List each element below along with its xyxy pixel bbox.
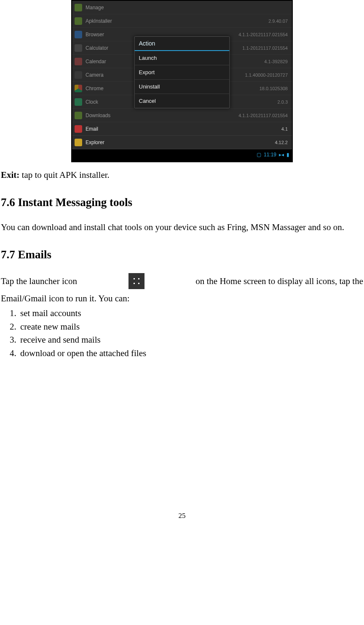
dialog-item-launch[interactable]: Launch — [135, 51, 230, 65]
app-icon — [75, 44, 82, 52]
dialog-item-cancel[interactable]: Cancel — [135, 94, 230, 108]
sd-icon: ▢ — [257, 152, 261, 158]
app-version: 2.9.40.07 — [268, 19, 288, 24]
app-row[interactable]: Email4.1 — [72, 122, 292, 136]
app-label: ApkInstaller — [86, 18, 268, 24]
dialog-item-uninstall[interactable]: Uninstall — [135, 80, 230, 94]
app-icon — [75, 85, 82, 92]
app-version: 1.1.40000-20120727 — [245, 72, 288, 78]
app-version: 4.1.1-20121117.021554 — [238, 113, 288, 118]
app-row[interactable]: Manage — [72, 1, 292, 14]
app-version: 1.1-20121117.021554 — [242, 46, 288, 51]
app-label: Manage — [86, 5, 288, 11]
app-icon — [75, 71, 82, 79]
action-dialog: Action LaunchExportUninstallCancel — [134, 36, 230, 108]
list-item: download or open the attached files — [19, 347, 363, 360]
app-version: 4.1 — [281, 126, 288, 131]
app-icon — [75, 112, 82, 119]
app-label: Downloads — [86, 113, 238, 118]
android-screenshot: ManageApkInstaller2.9.40.07Browser4.1.1-… — [71, 0, 293, 162]
status-bar: ▢ 11:19 ▸◂ ▮ — [72, 149, 292, 160]
app-icon — [75, 139, 82, 146]
app-label: Email — [86, 126, 281, 132]
list-item: receive and send mails — [19, 333, 363, 347]
app-version: 2.0.3 — [278, 99, 288, 105]
app-icon — [75, 98, 82, 106]
list-item: create new mails — [19, 320, 363, 334]
exit-label: Exit: — [1, 170, 19, 180]
clock-time: 11:19 — [264, 152, 276, 158]
launcher-icon — [128, 273, 145, 289]
heading-7-6: 7.6 Instant Messaging tools — [1, 194, 363, 212]
list-item: set mail accounts — [19, 307, 363, 320]
page-number: 25 — [0, 512, 364, 520]
text-after-icon: on the Home screen to display all icons,… — [195, 274, 363, 288]
app-version: 4.1.1-20121117.021554 — [238, 32, 288, 37]
app-version: 4.1-392829 — [264, 59, 288, 64]
app-icon — [75, 58, 82, 65]
app-icon — [75, 4, 82, 11]
app-label: Explorer — [86, 139, 275, 145]
email-numbered-list: set mail accountscreate new mailsreceive… — [1, 307, 363, 360]
exit-line: Exit: tap to quit APK installer. — [1, 168, 363, 182]
app-icon — [75, 31, 82, 38]
app-icon — [75, 17, 82, 25]
nav-bar — [72, 160, 292, 161]
text-before-icon: Tap the launcher icon — [1, 274, 77, 288]
dialog-item-export[interactable]: Export — [135, 65, 230, 80]
app-row[interactable]: ApkInstaller2.9.40.07 — [72, 14, 292, 28]
app-row[interactable]: Downloads4.1.1-20121117.021554 — [72, 109, 292, 122]
app-row[interactable]: Explorer4.12.2 — [72, 136, 292, 149]
exit-text: tap to quit APK installer. — [19, 170, 110, 180]
battery-icon: ▮ — [286, 152, 289, 158]
app-version: 18.0.1025308 — [260, 86, 288, 91]
wifi-icon: ▸◂ — [279, 152, 284, 158]
para-7-6: You can download and install chat tools … — [1, 220, 363, 234]
app-version: 4.12.2 — [275, 140, 288, 145]
heading-7-7: 7.7 Emails — [1, 246, 363, 264]
app-icon — [75, 125, 82, 133]
device-screen: ManageApkInstaller2.9.40.07Browser4.1.1-… — [72, 1, 292, 161]
para-7-7-line1: Tap the launcher icon on the Home screen… — [1, 273, 363, 289]
dialog-title: Action — [135, 37, 230, 51]
para-7-7-line2: Email/Gmail icon to run it. You can: — [1, 292, 363, 306]
